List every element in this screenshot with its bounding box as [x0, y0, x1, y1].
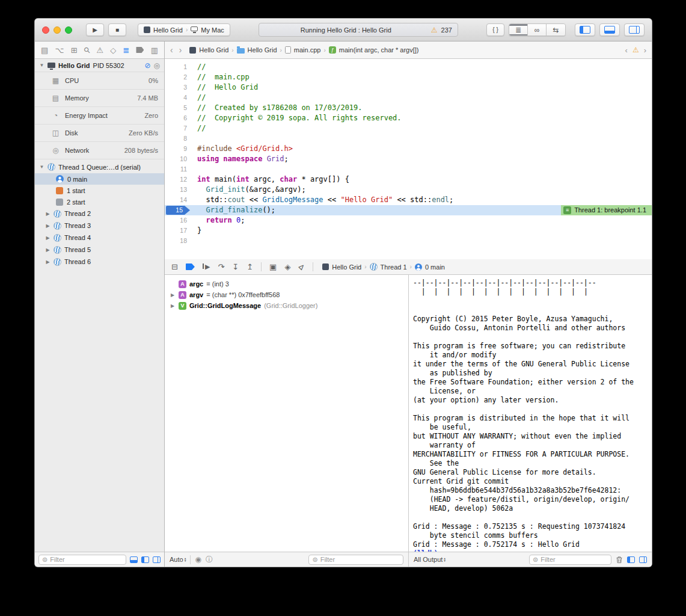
close-window-button[interactable]	[42, 26, 49, 34]
code-line-15[interactable]: 15 Grid_finalize();≡Thread 1: breakpoint…	[165, 205, 652, 215]
memory-graph-icon[interactable]: ◈	[284, 262, 290, 271]
disclosure-open-icon[interactable]: ▼	[39, 63, 44, 68]
line-number-8[interactable]: 8	[165, 134, 192, 144]
debug-crumb-thread[interactable]: Thread 1	[381, 263, 407, 271]
forward-button[interactable]: ›	[179, 45, 182, 55]
code-line-3[interactable]: 3// Hello Grid	[165, 82, 652, 93]
code-line-5[interactable]: 5// Created by s1786208 on 17/03/2019.	[165, 103, 652, 113]
stack-frame-2-start[interactable]: 2 start	[35, 196, 164, 208]
find-navigator-icon[interactable]: ⚲	[82, 45, 92, 55]
code-line-9[interactable]: 9#include <Grid/Grid.h>	[165, 144, 652, 154]
code-line-1[interactable]: 1//	[165, 62, 652, 72]
gauge-row-disk[interactable]: ◫DiskZero KB/s	[35, 125, 164, 142]
console-filter-input[interactable]	[541, 556, 608, 563]
debug-area-toggle-button[interactable]	[599, 23, 620, 36]
line-number-10[interactable]: 10	[165, 154, 192, 164]
output-filter-popup[interactable]: All Output ▴▾	[414, 556, 446, 563]
gauge-row-network[interactable]: ◎Network208 bytes/s	[35, 142, 164, 159]
previous-issue-button[interactable]: ‹	[625, 46, 628, 55]
zoom-window-button[interactable]	[65, 26, 72, 34]
line-number-4[interactable]: 4	[165, 93, 192, 103]
test-navigator-icon[interactable]: ◇	[110, 46, 116, 55]
thread-row[interactable]: ▶Thread 2	[35, 208, 164, 220]
next-issue-button[interactable]: ›	[644, 46, 646, 55]
code-line-18[interactable]: 18	[165, 236, 652, 246]
issue-navigator-icon[interactable]: ⚠	[96, 46, 103, 55]
stack-frame-1-start[interactable]: 1 start	[35, 185, 164, 196]
console-view-toggle[interactable]	[639, 556, 647, 563]
project-navigator-icon[interactable]: ▤	[41, 46, 48, 55]
debug-navigator-icon[interactable]: ≣	[123, 46, 129, 55]
source-control-navigator-icon[interactable]: ⌥	[55, 46, 64, 55]
code-line-10[interactable]: 10using namespace Grid;	[165, 154, 652, 164]
code-line-8[interactable]: 8	[165, 134, 652, 144]
code-line-17[interactable]: 17}	[165, 226, 652, 236]
eye-icon[interactable]: ◉	[195, 555, 201, 564]
code-line-7[interactable]: 7//	[165, 123, 652, 134]
disclosure-closed-icon[interactable]: ▶	[45, 223, 51, 229]
breadcrumb-file[interactable]: main.cpp	[294, 46, 321, 54]
symbol-navigator-icon[interactable]: ⊞	[71, 46, 78, 55]
variables-filter-field[interactable]: ⊜	[308, 555, 403, 565]
show-running-threads-toggle[interactable]	[130, 556, 138, 563]
disclosure-closed-icon[interactable]: ▶	[45, 247, 51, 253]
simulate-location-icon[interactable]: ⊳	[296, 261, 307, 272]
line-number-18[interactable]: 18	[165, 236, 192, 246]
line-number-15[interactable]: 15	[165, 205, 192, 215]
disclosure-closed-icon[interactable]: ▶	[45, 235, 51, 241]
process-target-icon[interactable]: ◎	[154, 61, 160, 70]
source-editor[interactable]: 1//2// main.cpp3// Hello Grid4//5// Crea…	[165, 59, 652, 259]
line-number-7[interactable]: 7	[165, 123, 192, 134]
inspectors-toggle-button[interactable]	[624, 23, 645, 36]
breadcrumb-project[interactable]: Hello Grid	[199, 46, 228, 54]
debug-crumb-frame[interactable]: 0 main	[425, 263, 445, 271]
process-row[interactable]: ▼ Hello Grid PID 55302 ⊘ ◎	[35, 59, 164, 72]
line-number-12[interactable]: 12	[165, 174, 192, 185]
breadcrumb-group[interactable]: Hello Grid	[248, 46, 277, 54]
step-over-icon[interactable]: ↷	[218, 262, 224, 271]
debug-crumb-process[interactable]: Hello Grid	[332, 263, 361, 271]
disclosure-icon[interactable]: ▶	[170, 303, 176, 309]
line-number-17[interactable]: 17	[165, 226, 192, 236]
console-filter-field[interactable]: ⊜	[529, 555, 611, 565]
variables-view-toggle[interactable]	[627, 556, 635, 563]
breakpoint-badge[interactable]: 15	[166, 206, 190, 215]
line-number-11[interactable]: 11	[165, 164, 192, 174]
thread-row[interactable]: ▶Thread 6	[35, 256, 164, 268]
run-button[interactable]: ▶	[86, 23, 104, 36]
code-line-2[interactable]: 2// main.cpp	[165, 72, 652, 82]
thread-row[interactable]: ▶Thread 5	[35, 244, 164, 256]
code-review-button[interactable]: { }	[486, 23, 504, 36]
show-stack-frames-toggle[interactable]	[141, 556, 149, 563]
step-into-icon[interactable]: ↧	[232, 262, 239, 271]
stack-frame-0-main[interactable]: 0 main	[35, 173, 164, 185]
view-mode-toggle[interactable]	[153, 556, 161, 563]
info-icon[interactable]: ⓘ	[206, 555, 213, 565]
line-number-2[interactable]: 2	[165, 72, 192, 82]
code-line-11[interactable]: 11	[165, 164, 652, 174]
warning-icon[interactable]: ⚠	[431, 26, 438, 34]
code-line-14[interactable]: 14 std::cout << GridLogMessage << "Hello…	[165, 195, 652, 205]
assistant-editor-button[interactable]: ∞	[528, 24, 547, 35]
code-line-12[interactable]: 12int main(int argc, char * argv[]) {	[165, 174, 652, 185]
line-number-9[interactable]: 9	[165, 144, 192, 154]
line-number-14[interactable]: 14	[165, 195, 192, 205]
code-line-13[interactable]: 13 Grid_init(&argc,&argv);	[165, 185, 652, 195]
line-number-16[interactable]: 16	[165, 215, 192, 226]
trash-icon[interactable]	[616, 556, 623, 564]
variable-row[interactable]: ▶VGrid::GridLogMessage(Grid::GridLogger)	[170, 300, 408, 311]
minimize-window-button[interactable]	[54, 26, 61, 34]
standard-editor-button[interactable]: ≣	[509, 24, 528, 35]
view-hierarchy-icon[interactable]: ▣	[269, 262, 277, 271]
process-pause-icon[interactable]: ⊘	[144, 61, 150, 70]
stop-button[interactable]: ■	[108, 23, 126, 36]
step-out-icon[interactable]: ↥	[247, 262, 253, 271]
navigator-toggle-button[interactable]	[575, 23, 595, 36]
disclosure-closed-icon[interactable]: ▶	[45, 259, 51, 265]
variable-row[interactable]: ▶Aargv= (char **) 0x7ffeefbff568	[170, 289, 408, 300]
scope-popup[interactable]: Auto ▴▾	[170, 556, 186, 563]
hide-debug-area-icon[interactable]: ⊟	[171, 262, 178, 271]
disclosure-open-icon[interactable]: ▼	[39, 164, 44, 170]
line-number-3[interactable]: 3	[165, 82, 192, 93]
variable-row[interactable]: Aargc= (int) 3	[170, 279, 408, 289]
